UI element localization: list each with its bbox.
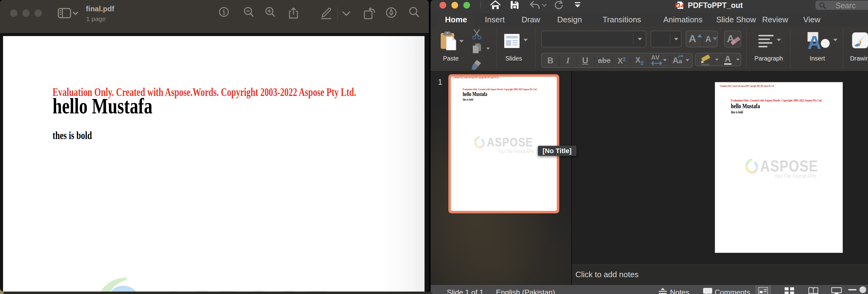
svg-text:A: A [808,32,821,52]
